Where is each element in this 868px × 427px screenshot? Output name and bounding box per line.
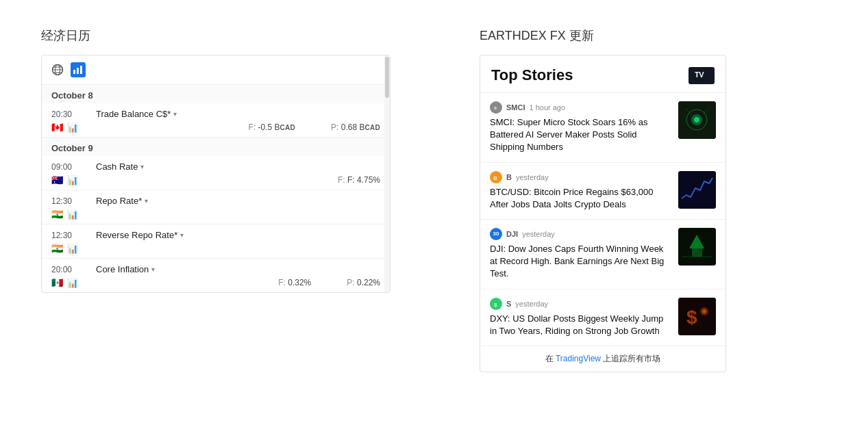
calendar-body: October 8 20:30 Trade Balance C$* ▾ 🇨🇦 📊 <box>42 85 390 292</box>
news-meta-3: $ S yesterday <box>490 298 671 310</box>
calendar-toolbar <box>42 55 390 85</box>
news-title-3: DXY: US Dollar Posts Biggest Weekly Jump… <box>490 313 671 337</box>
news-meta-0: S SMCI 1 hour ago <box>490 101 671 114</box>
date-header-oct8: October 8 <box>42 85 390 103</box>
news-image-0 <box>678 101 716 139</box>
forecast-core-inflation: F: 0.32% <box>278 278 311 287</box>
left-panel: 经济日历 <box>41 27 397 372</box>
news-badge-0: S <box>490 101 502 114</box>
news-ticker-2: DJI <box>506 230 518 238</box>
event-title-core-inflation[interactable]: Core Inflation ▾ <box>96 264 380 274</box>
news-title-1: BTC/USD: Bitcoin Price Regains $63,000 A… <box>490 186 671 211</box>
flag-in-2: 🇮🇳 <box>51 243 63 254</box>
prev-core-inflation: P: 0.22% <box>347 278 380 287</box>
flag-mx: 🇲🇽 <box>51 277 63 288</box>
svg-text:B: B <box>493 175 497 181</box>
news-ticker-1: B <box>506 173 512 181</box>
news-meta-2: 30 DJI yesterday <box>490 228 671 240</box>
news-header-title: Top Stories <box>491 66 573 84</box>
date-header-oct9: October 9 <box>42 138 390 156</box>
svg-rect-7 <box>80 66 82 74</box>
news-badge-2: 30 <box>490 228 502 240</box>
news-title-0: SMCI: Super Micro Stock Soars 16% as Bat… <box>490 116 671 154</box>
calendar-widget: October 8 20:30 Trade Balance C$* ▾ 🇨🇦 📊 <box>41 55 390 293</box>
event-trade-balance: 20:30 Trade Balance C$* ▾ 🇨🇦 📊 F: -0.5 B… <box>42 103 390 138</box>
chevron-down-icon-reverse-repo: ▾ <box>180 231 184 239</box>
news-item-3[interactable]: $ S yesterday DXY: US Dollar Posts Bigge… <box>480 289 726 346</box>
flag-au: 🇦🇺 <box>51 174 63 185</box>
svg-rect-5 <box>73 70 75 74</box>
news-content-1: B B yesterday BTC/USD: Bitcoin Price Reg… <box>490 171 671 211</box>
scrollbar-thumb[interactable] <box>385 57 389 98</box>
svg-rect-23 <box>692 248 702 257</box>
news-item-0[interactable]: S SMCI 1 hour ago SMCI: Super Micro Stoc… <box>480 93 726 163</box>
chevron-down-icon-repo: ▾ <box>145 197 148 205</box>
event-core-inflation: 20:00 Core Inflation ▾ 🇲🇽 📊 F: 0.32% <box>42 259 390 292</box>
bar-icon-repo-rate: 📊 <box>67 209 78 220</box>
bar-chart-toolbar-icon[interactable] <box>71 62 86 77</box>
news-footer: 在 TradingView 上追踪所有市场 <box>480 346 726 372</box>
forecast-trade-balance: F: -0.5 BCAD <box>248 122 295 132</box>
event-title-cash-rate[interactable]: Cash Rate ▾ <box>96 161 380 172</box>
news-title-2: DJI: Dow Jones Caps Fourth Winning Week … <box>490 243 671 281</box>
news-time-3: yesterday <box>515 300 548 308</box>
scrollbar-track[interactable] <box>384 55 390 292</box>
event-time-repo-rate: 12:30 <box>51 196 89 206</box>
news-header: Top Stories TV <box>480 55 726 93</box>
svg-rect-6 <box>77 68 79 74</box>
globe-toolbar-icon[interactable] <box>50 62 65 77</box>
news-list: S SMCI 1 hour ago SMCI: Super Micro Stoc… <box>480 93 726 346</box>
flag-ca: 🇨🇦 <box>51 122 63 133</box>
tradingview-link[interactable]: TradingView <box>556 354 601 363</box>
svg-text:S: S <box>494 106 497 110</box>
event-repo-rate: 12:30 Repo Rate* ▾ 🇮🇳 📊 <box>42 190 390 224</box>
chevron-down-icon-cash: ▾ <box>140 163 144 170</box>
svg-point-30 <box>702 309 706 313</box>
right-panel: EARTHDEX FX 更新 Top Stories TV <box>480 27 726 372</box>
news-time-2: yesterday <box>522 230 555 238</box>
event-time-trade-balance: 20:30 <box>51 109 89 119</box>
event-time-reverse-repo: 12:30 <box>51 231 89 240</box>
chevron-down-icon-core-inflation: ▾ <box>151 266 155 273</box>
svg-text:TV: TV <box>695 70 704 79</box>
news-image-1 <box>678 171 716 209</box>
news-item-2[interactable]: 30 DJI yesterday DJI: Dow Jones Caps Fou… <box>480 220 726 289</box>
event-title-reverse-repo[interactable]: Reverse Repo Rate* ▾ <box>96 230 380 240</box>
news-meta-1: B B yesterday <box>490 171 671 183</box>
svg-point-15 <box>694 117 699 122</box>
news-item-1[interactable]: B B yesterday BTC/USD: Bitcoin Price Reg… <box>480 163 726 220</box>
news-widget: Top Stories TV S <box>480 55 726 372</box>
event-title-repo-rate[interactable]: Repo Rate* ▾ <box>96 196 380 206</box>
news-content-2: 30 DJI yesterday DJI: Dow Jones Caps Fou… <box>490 228 671 281</box>
news-image-3: $ <box>678 298 716 335</box>
flag-in: 🇮🇳 <box>51 209 63 220</box>
forecast-cash-rate: F: F: 4.75% <box>338 175 380 185</box>
bar-icon-trade-balance: 📊 <box>67 122 78 133</box>
news-image-2 <box>678 228 716 266</box>
bar-icon-cash-rate: 📊 <box>67 175 78 185</box>
news-time-0: 1 hour ago <box>530 103 566 112</box>
event-reverse-repo-rate: 12:30 Reverse Repo Rate* ▾ 🇮🇳 📊 <box>42 224 390 259</box>
prev-trade-balance: P: 0.68 BCAD <box>331 122 380 132</box>
bar-icon-reverse-repo: 📊 <box>67 244 78 254</box>
event-time-cash-rate: 09:00 <box>51 162 89 172</box>
svg-text:$: $ <box>686 307 697 328</box>
event-cash-rate: 09:00 Cash Rate ▾ 🇦🇺 📊 F: F: 4.75% <box>42 156 390 190</box>
right-section-title: EARTHDEX FX 更新 <box>480 27 726 44</box>
news-time-1: yesterday <box>516 173 549 181</box>
news-ticker-3: S <box>506 300 511 308</box>
news-badge-1: B <box>490 171 502 183</box>
event-time-core-inflation: 20:00 <box>51 265 89 274</box>
bar-icon-core-inflation: 📊 <box>67 278 78 288</box>
tv-logo: TV <box>689 67 715 84</box>
left-section-title: 经济日历 <box>41 27 397 44</box>
news-content-0: S SMCI 1 hour ago SMCI: Super Micro Stoc… <box>490 101 671 154</box>
chevron-down-icon: ▾ <box>173 110 177 118</box>
news-ticker-0: SMCI <box>506 103 525 112</box>
news-content-3: $ S yesterday DXY: US Dollar Posts Bigge… <box>490 298 671 337</box>
page-container: 经济日历 <box>41 27 827 372</box>
event-title-trade-balance[interactable]: Trade Balance C$* ▾ <box>96 109 380 119</box>
news-badge-3: $ <box>490 298 502 310</box>
svg-text:$: $ <box>494 302 497 308</box>
